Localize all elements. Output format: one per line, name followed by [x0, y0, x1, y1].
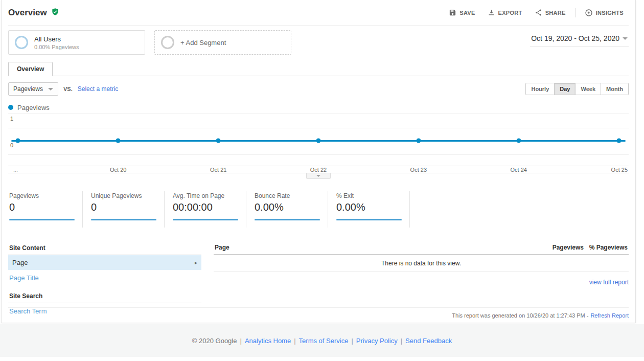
view-full-report-link[interactable]: view full report [589, 279, 629, 286]
save-icon [449, 9, 456, 16]
granularity-hourly[interactable]: Hourly [525, 83, 555, 95]
x-axis-label: Oct 21 [210, 167, 226, 173]
data-point[interactable] [616, 139, 621, 143]
report-header: Overview SAVE EXPORT SHARE INSIGHTS [8, 0, 629, 26]
tab-bar: Overview [8, 62, 629, 76]
metric-card-avg-time[interactable]: Avg. Time on Page 00:00:00 [172, 191, 246, 228]
column-header-pageviews[interactable]: Pageviews [540, 244, 584, 251]
granularity-week[interactable]: Week [576, 83, 601, 95]
report-card: Overview SAVE EXPORT SHARE INSIGHTS [1, 0, 636, 323]
x-axis-label: Oct 23 [410, 167, 427, 173]
sparkline [336, 219, 402, 220]
insights-button[interactable]: INSIGHTS [580, 6, 629, 20]
chevron-down-icon [48, 88, 53, 91]
add-segment-label: + Add Segment [180, 39, 226, 47]
date-range-text: Oct 19, 2020 - Oct 25, 2020 [531, 34, 619, 42]
download-icon [488, 9, 495, 16]
add-segment-button[interactable]: + Add Segment [154, 30, 291, 55]
footer-link-privacy[interactable]: Privacy Policy [356, 337, 398, 345]
metric-card-exit[interactable]: % Exit 0.00% [335, 191, 410, 228]
column-header-page[interactable]: Page [215, 244, 540, 251]
data-point[interactable] [516, 139, 521, 143]
page-footer: © 2020 Google | Analytics Home | Terms o… [0, 324, 644, 357]
vs-label: VS. [63, 86, 73, 92]
x-axis-label: Oct 25 [611, 167, 628, 173]
x-axis-label: ... [13, 167, 18, 173]
y-axis-tick: 0 [10, 142, 13, 148]
metric-dropdown[interactable]: Pageviews [8, 82, 58, 96]
add-segment-circle-icon [161, 36, 174, 49]
table-header-row: Page Pageviews % Pageviews [214, 241, 629, 255]
footer-link-feedback[interactable]: Send Feedback [405, 337, 452, 345]
metric-controls: Pageviews VS. Select a metric Hourly Day… [8, 82, 629, 96]
sparkline [255, 219, 320, 220]
legend-dot-icon [8, 105, 13, 110]
granularity-toggle: Hourly Day Week Month [525, 83, 629, 95]
report-meta-bar: This report was generated on 10/26/20 at… [8, 307, 629, 323]
data-point[interactable] [116, 139, 121, 143]
sidebar-section-site-search: Site Search [8, 289, 201, 303]
sparkline [91, 219, 156, 220]
chart-legend: Pageviews [8, 103, 629, 112]
metric-summary-cards: Pageviews 0 Unique Pageviews 0 Avg. Time… [8, 191, 629, 228]
y-axis-tick: 1 [10, 116, 13, 122]
data-point[interactable] [416, 139, 421, 143]
chevron-down-icon [623, 37, 628, 40]
column-header-pct-pageviews[interactable]: % Pageviews [584, 244, 628, 251]
export-button[interactable]: EXPORT [482, 6, 527, 19]
segment-title: All Users [34, 35, 79, 43]
gridline [8, 128, 629, 128]
segment-row: All Users 0.00% Pageviews + Add Segment … [8, 26, 629, 55]
save-button[interactable]: SAVE [444, 6, 480, 19]
x-axis-label: Oct 22 [310, 167, 327, 173]
tab-overview[interactable]: Overview [8, 62, 53, 76]
share-button[interactable]: SHARE [530, 6, 571, 19]
data-point[interactable] [316, 139, 321, 143]
chart-drawer-row [8, 173, 629, 180]
refresh-report-link[interactable]: Refresh Report [590, 312, 629, 319]
x-axis: ... Oct 20 Oct 21 Oct 22 Oct 23 Oct 24 O… [8, 166, 629, 173]
data-point[interactable] [216, 139, 221, 143]
table-empty-message: There is no data for this view. [214, 255, 629, 272]
legend-label: Pageviews [17, 104, 50, 111]
page-title: Overview [8, 8, 47, 18]
line-chart: 1 0 [8, 113, 629, 166]
segment-subtitle: 0.00% Pageviews [34, 44, 79, 50]
chevron-down-icon [316, 175, 320, 177]
gridline [8, 114, 629, 114]
footer-link-analytics-home[interactable]: Analytics Home [245, 337, 291, 345]
select-metric-link[interactable]: Select a metric [78, 85, 118, 93]
sparkline [9, 219, 75, 220]
metric-card-bounce-rate[interactable]: Bounce Rate 0.00% [254, 191, 328, 228]
copyright-text: © 2020 Google [192, 337, 237, 345]
granularity-day[interactable]: Day [555, 83, 576, 95]
date-range-selector[interactable]: Oct 19, 2020 - Oct 25, 2020 [530, 31, 629, 47]
footer-link-terms[interactable]: Terms of Service [299, 337, 349, 345]
x-axis-label: Oct 24 [511, 167, 527, 173]
insights-icon [585, 9, 593, 17]
sparkline [173, 219, 238, 220]
chevron-right-icon: ▸ [195, 260, 197, 265]
metric-card-pageviews[interactable]: Pageviews 0 [8, 191, 83, 228]
sidebar-item-page-title[interactable]: Page Title [8, 270, 201, 286]
granularity-month[interactable]: Month [601, 83, 629, 95]
annotations-drawer-toggle[interactable] [306, 173, 331, 179]
x-axis-label: Oct 20 [110, 167, 126, 173]
report-generated-text: This report was generated on 10/26/20 at… [452, 312, 588, 319]
segment-circle-icon [15, 36, 28, 49]
sidebar-item-page[interactable]: Page ▸ [8, 255, 201, 270]
sidebar-section-site-content: Site Content [8, 241, 201, 255]
header-divider [575, 8, 576, 17]
segment-all-users[interactable]: All Users 0.00% Pageviews [8, 30, 145, 55]
gridline [8, 154, 629, 155]
metric-card-unique-pageviews[interactable]: Unique Pageviews 0 [90, 191, 165, 228]
data-point[interactable] [16, 139, 20, 143]
shield-check-icon [51, 8, 59, 18]
share-icon [535, 9, 542, 16]
